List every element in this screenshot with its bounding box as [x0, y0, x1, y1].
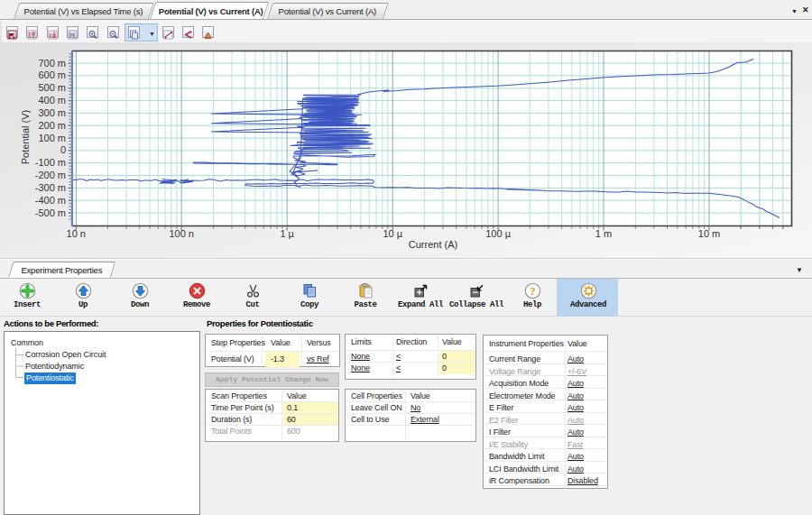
svg-text:500 m: 500 m [38, 82, 66, 93]
svg-text:300 m: 300 m [38, 107, 66, 118]
svg-text:-500 m: -500 m [35, 207, 66, 218]
svg-text:-100 m: -100 m [35, 157, 66, 168]
svg-text:100 n: 100 n [169, 228, 194, 239]
svg-text:Potential (V): Potential (V) [20, 110, 31, 165]
svg-text:400 m: 400 m [38, 95, 66, 106]
svg-text:100 m: 100 m [38, 133, 66, 143]
svg-text:10 n: 10 n [67, 228, 86, 239]
svg-text:10 m: 10 m [698, 228, 720, 239]
svg-text:-400 m: -400 m [35, 195, 66, 206]
svg-text:1 µ: 1 µ [280, 228, 294, 239]
svg-text:1 m: 1 m [595, 228, 612, 239]
svg-text:-200 m: -200 m [35, 170, 66, 180]
svg-text:?: ? [530, 284, 536, 298]
svg-text:200 m: 200 m [38, 120, 66, 131]
svg-text:600 m: 600 m [38, 69, 66, 80]
svg-text:100 µ: 100 µ [485, 228, 511, 239]
svg-text:Current (A): Current (A) [409, 239, 457, 250]
svg-text:0: 0 [60, 144, 66, 155]
svg-text:700 m: 700 m [38, 58, 66, 69]
svg-text:-300 m: -300 m [35, 182, 66, 193]
svg-text:10 µ: 10 µ [383, 228, 402, 239]
